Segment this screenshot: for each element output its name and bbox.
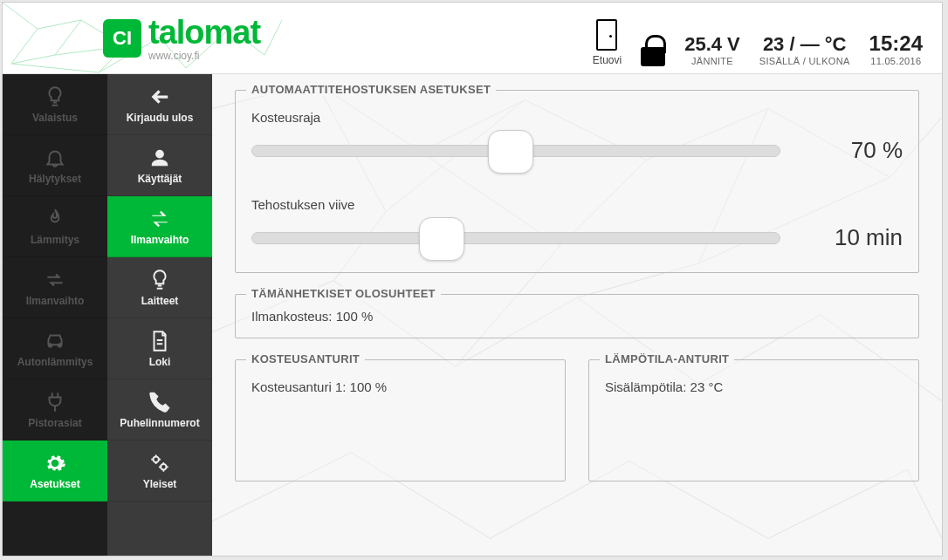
document-icon bbox=[148, 330, 171, 352]
nav-label: Puhelinnumerot bbox=[120, 417, 199, 429]
nav-label: Pistorasiat bbox=[28, 417, 81, 429]
door-icon bbox=[596, 19, 617, 51]
voltage-reading: 25.4 V JÄNNITE bbox=[684, 35, 740, 66]
nav-general[interactable]: Yleiset bbox=[107, 440, 212, 502]
nav-logout[interactable]: Kirjaudu ulos bbox=[107, 74, 212, 135]
nav-label: Hälytykset bbox=[29, 173, 81, 185]
panel-auto-boost: AUTOMAATTITEHOSTUKSEN ASETUKSET Kosteusr… bbox=[235, 90, 919, 273]
time-value: 15:24 bbox=[869, 33, 923, 54]
nav-label: Ilmanvaihto bbox=[131, 234, 189, 246]
time-date: 11.05.2016 bbox=[870, 56, 921, 66]
user-icon bbox=[148, 147, 171, 169]
panel-temp-sensors: LÄMPÖTILA-ANTURIT Sisälämpötila: 23 °C bbox=[588, 359, 919, 481]
sidebar-col-main: Valaistus Hälytykset Lämmitys Ilmanvaiht… bbox=[3, 74, 107, 556]
header-right: Etuovi 25.4 V JÄNNITE 23 / — °C SISÄLLÄ … bbox=[593, 3, 942, 73]
cycle-icon bbox=[44, 269, 66, 291]
header: CI talomat www.cioy.fi Etuovi 25.4 V JÄN… bbox=[3, 3, 942, 74]
panel-current: TÄMÄNHETKISET OLOSUHTEET Ilmankosteus: 1… bbox=[235, 294, 919, 338]
clock: 15:24 11.05.2016 bbox=[869, 33, 923, 66]
sidebar-col-sub: Kirjaudu ulos Käyttäjät Ilmanvaihto Lait… bbox=[107, 74, 212, 556]
panel-title: LÄMPÖTILA-ANTURIT bbox=[600, 352, 734, 365]
body: Valaistus Hälytykset Lämmitys Ilmanvaiht… bbox=[3, 74, 942, 556]
gear-icon bbox=[44, 452, 66, 475]
nav-autonlammitys[interactable]: Autonlämmitys bbox=[3, 318, 107, 379]
phone-icon bbox=[148, 391, 171, 413]
slider-value: 70 % bbox=[815, 137, 903, 164]
door-status[interactable]: Etuovi bbox=[593, 19, 622, 66]
nav-devices[interactable]: Laitteet bbox=[107, 257, 212, 318]
nav-label: Käyttäjät bbox=[138, 173, 182, 185]
sidebar: Valaistus Hälytykset Lämmitys Ilmanvaiht… bbox=[3, 74, 212, 556]
logo-url: www.cioy.fi bbox=[148, 50, 260, 62]
slider-label: Tehostuksen viive bbox=[251, 197, 903, 212]
nav-pistorasiat[interactable]: Pistorasiat bbox=[3, 379, 107, 440]
nav-log[interactable]: Loki bbox=[107, 318, 212, 379]
slider-thumb[interactable] bbox=[488, 130, 533, 174]
nav-label: Laitteet bbox=[141, 295, 179, 307]
slider-track-humidity[interactable] bbox=[251, 145, 780, 157]
cycle-icon bbox=[148, 208, 171, 230]
nav-valaistus[interactable]: Valaistus bbox=[3, 74, 107, 135]
slider-thumb[interactable] bbox=[419, 217, 464, 261]
nav-ilmanvaihto-left[interactable]: Ilmanvaihto bbox=[3, 257, 107, 318]
nav-ilmanvaihto[interactable]: Ilmanvaihto bbox=[107, 196, 212, 257]
arrow-left-icon bbox=[148, 85, 171, 108]
nav-phone[interactable]: Puhelinnumerot bbox=[107, 379, 212, 440]
nav-label: Ilmanvaihto bbox=[26, 295, 85, 307]
temp-value: 23 / — °C bbox=[763, 35, 847, 54]
slider-humidity: Kosteusraja 70 % bbox=[251, 110, 903, 164]
temp-sensor-indoor: Sisälämpötila: 23 °C bbox=[605, 379, 903, 394]
nav-label: Loki bbox=[149, 356, 171, 368]
bulb-icon bbox=[148, 269, 171, 291]
nav-label: Yleiset bbox=[143, 478, 177, 490]
lock-status[interactable] bbox=[641, 40, 665, 66]
current-humidity: Ilmankosteus: 100 % bbox=[251, 309, 903, 324]
nav-halytykset[interactable]: Hälytykset bbox=[3, 135, 107, 196]
door-label: Etuovi bbox=[593, 54, 622, 66]
panel-title: KOSTEUSANTURIT bbox=[246, 352, 365, 365]
logo-text: talomat bbox=[148, 14, 260, 51]
svg-point-0 bbox=[153, 456, 159, 462]
logo: CI talomat www.cioy.fi bbox=[103, 14, 260, 62]
gears-icon bbox=[148, 452, 171, 475]
temperature-reading: 23 / — °C SISÄLLÄ / ULKONA bbox=[759, 35, 850, 66]
panel-title: AUTOMAATTITEHOSTUKSEN ASETUKSET bbox=[246, 83, 496, 96]
nav-label: Valaistus bbox=[32, 112, 78, 124]
nav-asetukset[interactable]: Asetukset bbox=[3, 440, 107, 502]
plug-icon bbox=[44, 391, 66, 413]
voltage-label: JÄNNITE bbox=[691, 56, 733, 66]
slider-delay: Tehostuksen viive 10 min bbox=[251, 197, 903, 251]
bell-icon bbox=[44, 147, 66, 169]
logo-badge: CI bbox=[103, 19, 141, 58]
slider-value: 10 min bbox=[815, 224, 903, 251]
bulb-icon bbox=[44, 85, 66, 108]
slider-track-delay[interactable] bbox=[251, 232, 780, 244]
nav-label: Lämmitys bbox=[31, 234, 79, 246]
temp-label: SISÄLLÄ / ULKONA bbox=[759, 56, 850, 66]
nav-label: Autonlämmitys bbox=[17, 356, 93, 368]
nav-label: Kirjaudu ulos bbox=[127, 112, 194, 124]
lock-icon bbox=[641, 47, 665, 66]
slider-label: Kosteusraja bbox=[251, 110, 903, 125]
app-window: CI talomat www.cioy.fi Etuovi 25.4 V JÄN… bbox=[2, 2, 943, 557]
nav-lammitys[interactable]: Lämmitys bbox=[3, 196, 107, 257]
main-content: AUTOMAATTITEHOSTUKSEN ASETUKSET Kosteusr… bbox=[212, 74, 942, 556]
car-icon bbox=[44, 330, 66, 352]
panel-title: TÄMÄNHETKISET OLOSUHTEET bbox=[246, 287, 441, 300]
panel-humidity-sensors: KOSTEUSANTURIT Kosteusanturi 1: 100 % bbox=[235, 359, 566, 481]
humidity-sensor-1: Kosteusanturi 1: 100 % bbox=[251, 379, 549, 394]
nav-label: Asetukset bbox=[30, 478, 79, 490]
flame-icon bbox=[44, 208, 66, 230]
nav-users[interactable]: Käyttäjät bbox=[107, 135, 212, 196]
voltage-value: 25.4 V bbox=[684, 35, 740, 54]
svg-point-1 bbox=[161, 464, 167, 470]
